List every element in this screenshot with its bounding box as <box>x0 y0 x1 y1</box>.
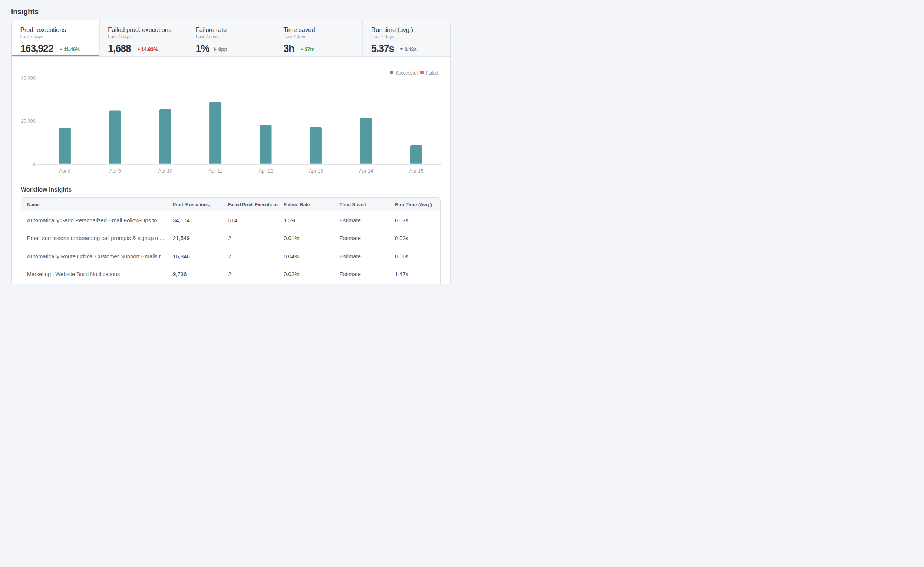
svg-text:Apr 11: Apr 11 <box>208 168 222 174</box>
svg-text:Apr 9: Apr 9 <box>110 168 121 174</box>
svg-text:Apr 13: Apr 13 <box>309 168 323 174</box>
svg-text:0: 0 <box>33 162 36 167</box>
svg-text:Apr 8: Apr 8 <box>59 168 70 174</box>
svg-text:Apr 15: Apr 15 <box>410 168 423 174</box>
svg-text:Successful: Successful <box>395 70 417 76</box>
svg-text:Apr 14: Apr 14 <box>359 168 373 174</box>
svg-text:20,000: 20,000 <box>21 118 36 124</box>
svg-text:Apr 10: Apr 10 <box>158 168 172 174</box>
svg-text:Failed: Failed <box>426 70 438 76</box>
svg-text:Apr 12: Apr 12 <box>258 168 273 174</box>
svg-text:40,000: 40,000 <box>21 75 36 81</box>
